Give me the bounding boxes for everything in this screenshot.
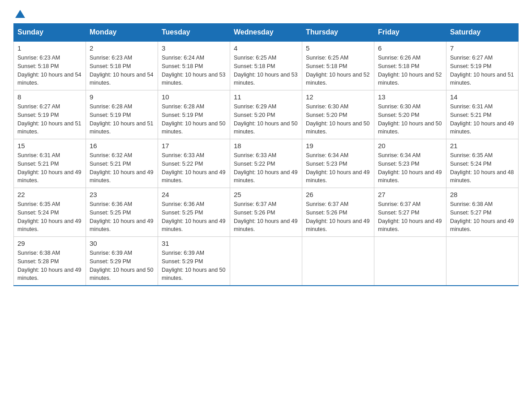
calendar-cell: 18 Sunrise: 6:33 AM Sunset: 5:22 PM Dayl… [230, 139, 302, 188]
day-number: 24 [162, 191, 226, 198]
day-number: 3 [162, 44, 226, 52]
day-info: Sunrise: 6:37 AM Sunset: 5:27 PM Dayligh… [378, 200, 442, 234]
day-number: 23 [90, 191, 154, 198]
day-number: 6 [378, 44, 442, 52]
day-number: 21 [450, 142, 515, 150]
calendar-header-tuesday: Tuesday [158, 24, 230, 42]
calendar-cell: 22 Sunrise: 6:35 AM Sunset: 5:24 PM Dayl… [14, 188, 86, 237]
day-info: Sunrise: 6:33 AM Sunset: 5:22 PM Dayligh… [234, 151, 298, 185]
calendar-header-wednesday: Wednesday [230, 24, 302, 42]
day-info: Sunrise: 6:28 AM Sunset: 5:19 PM Dayligh… [162, 103, 226, 136]
calendar-cell: 26 Sunrise: 6:37 AM Sunset: 5:26 PM Dayl… [302, 188, 374, 237]
day-number: 20 [378, 142, 442, 150]
calendar-cell: 29 Sunrise: 6:38 AM Sunset: 5:28 PM Dayl… [14, 237, 86, 286]
calendar-cell: 14 Sunrise: 6:31 AM Sunset: 5:21 PM Dayl… [446, 90, 519, 139]
day-info: Sunrise: 6:36 AM Sunset: 5:25 PM Dayligh… [162, 200, 226, 234]
day-info: Sunrise: 6:38 AM Sunset: 5:27 PM Dayligh… [450, 200, 515, 234]
calendar-cell: 15 Sunrise: 6:31 AM Sunset: 5:21 PM Dayl… [14, 139, 86, 188]
day-info: Sunrise: 6:31 AM Sunset: 5:21 PM Dayligh… [450, 103, 515, 136]
calendar-cell: 16 Sunrise: 6:32 AM Sunset: 5:21 PM Dayl… [86, 139, 158, 188]
calendar-cell [230, 237, 302, 286]
day-number: 13 [378, 93, 442, 101]
day-number: 4 [234, 44, 298, 52]
calendar-cell: 17 Sunrise: 6:33 AM Sunset: 5:22 PM Dayl… [158, 139, 230, 188]
calendar-cell: 6 Sunrise: 6:26 AM Sunset: 5:18 PM Dayli… [374, 41, 446, 90]
day-number: 18 [234, 142, 298, 150]
calendar-cell: 9 Sunrise: 6:28 AM Sunset: 5:19 PM Dayli… [86, 90, 158, 139]
day-number: 1 [17, 44, 82, 52]
calendar-cell: 30 Sunrise: 6:39 AM Sunset: 5:29 PM Dayl… [86, 237, 158, 286]
calendar-cell: 12 Sunrise: 6:30 AM Sunset: 5:20 PM Dayl… [302, 90, 374, 139]
day-number: 11 [234, 93, 298, 101]
day-info: Sunrise: 6:38 AM Sunset: 5:28 PM Dayligh… [17, 249, 82, 283]
day-info: Sunrise: 6:33 AM Sunset: 5:22 PM Dayligh… [162, 151, 226, 185]
day-number: 8 [17, 93, 82, 101]
day-info: Sunrise: 6:32 AM Sunset: 5:21 PM Dayligh… [90, 151, 154, 185]
calendar-header-sunday: Sunday [14, 24, 86, 42]
day-info: Sunrise: 6:28 AM Sunset: 5:19 PM Dayligh… [90, 103, 154, 136]
day-number: 15 [17, 142, 82, 150]
day-info: Sunrise: 6:37 AM Sunset: 5:26 PM Dayligh… [306, 200, 370, 234]
day-info: Sunrise: 6:39 AM Sunset: 5:29 PM Dayligh… [162, 249, 226, 283]
svg-marker-0 [15, 10, 25, 18]
calendar-week-row: 29 Sunrise: 6:38 AM Sunset: 5:28 PM Dayl… [14, 237, 519, 286]
day-number: 7 [450, 44, 515, 52]
day-info: Sunrise: 6:35 AM Sunset: 5:24 PM Dayligh… [17, 200, 82, 234]
calendar-cell: 2 Sunrise: 6:23 AM Sunset: 5:18 PM Dayli… [86, 41, 158, 90]
day-info: Sunrise: 6:31 AM Sunset: 5:21 PM Dayligh… [17, 151, 82, 185]
logo [13, 9, 27, 19]
day-number: 17 [162, 142, 226, 150]
day-info: Sunrise: 6:29 AM Sunset: 5:20 PM Dayligh… [234, 103, 298, 136]
calendar-header-friday: Friday [374, 24, 446, 42]
day-number: 29 [17, 240, 82, 247]
day-info: Sunrise: 6:37 AM Sunset: 5:26 PM Dayligh… [234, 200, 298, 234]
day-info: Sunrise: 6:27 AM Sunset: 5:19 PM Dayligh… [450, 54, 515, 87]
day-info: Sunrise: 6:26 AM Sunset: 5:18 PM Dayligh… [378, 54, 442, 87]
day-info: Sunrise: 6:23 AM Sunset: 5:18 PM Dayligh… [17, 54, 82, 87]
calendar-cell [302, 237, 374, 286]
day-info: Sunrise: 6:36 AM Sunset: 5:25 PM Dayligh… [90, 200, 154, 234]
day-number: 25 [234, 191, 298, 198]
calendar-cell: 19 Sunrise: 6:34 AM Sunset: 5:23 PM Dayl… [302, 139, 374, 188]
calendar-cell: 28 Sunrise: 6:38 AM Sunset: 5:27 PM Dayl… [446, 188, 519, 237]
day-number: 5 [306, 44, 370, 52]
calendar-cell: 8 Sunrise: 6:27 AM Sunset: 5:19 PM Dayli… [14, 90, 86, 139]
calendar-table: SundayMondayTuesdayWednesdayThursdayFrid… [13, 23, 519, 286]
day-info: Sunrise: 6:25 AM Sunset: 5:18 PM Dayligh… [306, 54, 370, 87]
day-number: 2 [90, 44, 154, 52]
calendar-header-saturday: Saturday [446, 24, 519, 42]
calendar-cell: 13 Sunrise: 6:30 AM Sunset: 5:20 PM Dayl… [374, 90, 446, 139]
calendar-cell: 3 Sunrise: 6:24 AM Sunset: 5:18 PM Dayli… [158, 41, 230, 90]
calendar-cell: 20 Sunrise: 6:34 AM Sunset: 5:23 PM Dayl… [374, 139, 446, 188]
day-info: Sunrise: 6:34 AM Sunset: 5:23 PM Dayligh… [378, 151, 442, 185]
calendar-header-monday: Monday [86, 24, 158, 42]
calendar-cell: 23 Sunrise: 6:36 AM Sunset: 5:25 PM Dayl… [86, 188, 158, 237]
day-info: Sunrise: 6:30 AM Sunset: 5:20 PM Dayligh… [378, 103, 442, 136]
day-number: 27 [378, 191, 442, 198]
calendar-cell: 11 Sunrise: 6:29 AM Sunset: 5:20 PM Dayl… [230, 90, 302, 139]
day-info: Sunrise: 6:27 AM Sunset: 5:19 PM Dayligh… [17, 103, 82, 136]
day-info: Sunrise: 6:23 AM Sunset: 5:18 PM Dayligh… [90, 54, 154, 87]
calendar-cell: 7 Sunrise: 6:27 AM Sunset: 5:19 PM Dayli… [446, 41, 519, 90]
calendar-cell: 10 Sunrise: 6:28 AM Sunset: 5:19 PM Dayl… [158, 90, 230, 139]
day-number: 22 [17, 191, 82, 198]
calendar-week-row: 22 Sunrise: 6:35 AM Sunset: 5:24 PM Dayl… [14, 188, 519, 237]
day-number: 26 [306, 191, 370, 198]
page-header [13, 9, 519, 19]
calendar-cell: 24 Sunrise: 6:36 AM Sunset: 5:25 PM Dayl… [158, 188, 230, 237]
day-info: Sunrise: 6:24 AM Sunset: 5:18 PM Dayligh… [162, 54, 226, 87]
day-number: 31 [162, 240, 226, 247]
calendar-header-row: SundayMondayTuesdayWednesdayThursdayFrid… [14, 24, 519, 42]
calendar-cell: 25 Sunrise: 6:37 AM Sunset: 5:26 PM Dayl… [230, 188, 302, 237]
day-number: 14 [450, 93, 515, 101]
calendar-cell [446, 237, 519, 286]
calendar-cell: 31 Sunrise: 6:39 AM Sunset: 5:29 PM Dayl… [158, 237, 230, 286]
calendar-cell: 1 Sunrise: 6:23 AM Sunset: 5:18 PM Dayli… [14, 41, 86, 90]
calendar-cell: 5 Sunrise: 6:25 AM Sunset: 5:18 PM Dayli… [302, 41, 374, 90]
logo-triangle-icon [15, 9, 25, 19]
calendar-cell [374, 237, 446, 286]
day-info: Sunrise: 6:25 AM Sunset: 5:18 PM Dayligh… [234, 54, 298, 87]
day-info: Sunrise: 6:35 AM Sunset: 5:24 PM Dayligh… [450, 151, 515, 185]
day-number: 12 [306, 93, 370, 101]
day-number: 10 [162, 93, 226, 101]
